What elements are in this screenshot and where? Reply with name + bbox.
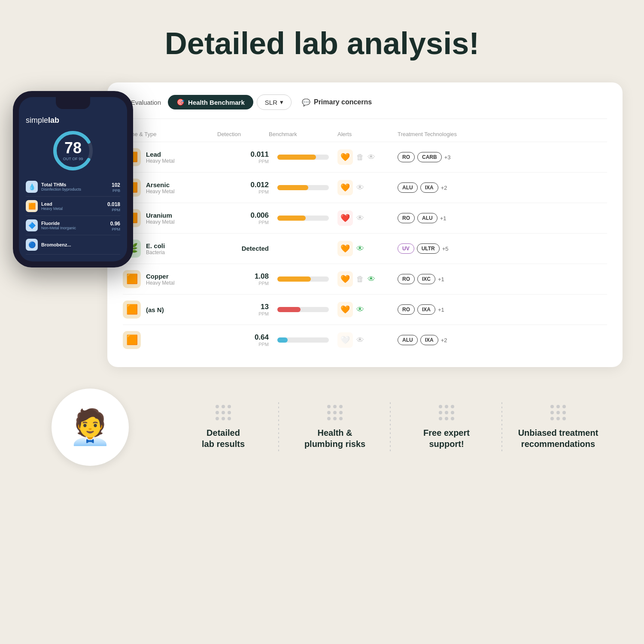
tab-slr-label: SLR: [265, 99, 277, 106]
detection-cell: 0.012 PPM: [217, 181, 269, 194]
tab-slr[interactable]: SLR ▾: [257, 94, 292, 110]
alerts-cell: 🧡 🗑 👁: [337, 149, 398, 165]
treatment-badge: RO: [398, 304, 415, 315]
treatment-more: +2: [441, 337, 447, 343]
treatment-cell: ALU IXA +2: [398, 335, 607, 345]
treatment-cell: ALU IXA +2: [398, 182, 607, 193]
bottom-features: Detailedlab results Health &plumbing ris…: [159, 389, 623, 466]
chevron-down-icon: ▾: [280, 98, 283, 106]
feature-dots: [439, 405, 454, 420]
eye-icon: 👁: [356, 183, 364, 192]
heart-alert-icon: 🧡: [337, 180, 353, 195]
heart-alert-icon: 🧡: [337, 149, 353, 165]
phone-list: 💧 Total THMs Disinfection byproducts 102…: [26, 177, 120, 255]
benchmark-cell: [269, 185, 337, 190]
benchmark-cell: [269, 276, 337, 282]
treatment-more: +1: [438, 276, 444, 283]
eye-icon: 👁: [356, 336, 364, 345]
benchmark-cell: [269, 307, 337, 312]
feature-item: Detailedlab results: [167, 396, 279, 458]
benchmark-cell: [269, 337, 337, 343]
heart-alert-icon: 🧡: [337, 271, 353, 287]
table-row: 🟧 Arsenic Heavy Metal 0.012 PPM 🧡 👁: [123, 172, 607, 203]
page-title: Detailed lab analysis!: [165, 26, 479, 61]
feature-label: Free expertsupport!: [423, 427, 470, 450]
table-row: 🟧 Copper Heavy Metal 1.08 PPM 🧡 🗑 👁: [123, 264, 607, 294]
list-item: 🟧 Lead Heavy Metal 0.018 PPM: [26, 197, 120, 216]
score-circle: 78 OUT OF 99: [52, 129, 94, 172]
col-alerts: Alerts: [337, 131, 398, 137]
tab-bar: ⇅ Evaluation 🎯 Health Benchmark SLR ▾ 💬 …: [123, 94, 607, 119]
phone-item-name: Total THMs: [41, 182, 81, 187]
treatment-badge: ALU: [398, 182, 418, 193]
tab-health-label: Health Benchmark: [188, 99, 245, 106]
trash-icon: 🗑: [356, 153, 364, 162]
treatment-cell: RO IXA +1: [398, 304, 607, 315]
feature-label: Unbiased treatmentrecommendations: [518, 427, 598, 450]
col-benchmark: Benchmark: [269, 131, 337, 137]
list-item: 🔵 Bromobenz...: [26, 235, 120, 255]
score-value: 78: [64, 140, 82, 156]
benchmark-cell: [269, 216, 337, 221]
treatment-cell: RO CARB +3: [398, 152, 607, 162]
treatment-badge: IXA: [420, 182, 438, 193]
eye-icon: 👁: [356, 214, 364, 223]
treatment-more: +1: [440, 215, 447, 222]
treatment-badge: IXC: [417, 274, 435, 284]
eye-icon: 👁: [368, 275, 375, 284]
eye-icon: 👁: [356, 305, 364, 314]
treatment-badge: IXA: [420, 335, 438, 345]
phone-brand: simplelab: [26, 116, 120, 125]
table-row: 🟧 (as N) 13 PPM 🧡 👁 RO: [123, 294, 607, 325]
treatment-badge: RO: [398, 274, 415, 284]
treatment-badge: RO: [398, 213, 415, 223]
table-row: 🟧 0.64 PPM 🤍 👁 ALU: [123, 325, 607, 355]
feature-dots: [327, 405, 343, 420]
treatment-badge: CARB: [417, 152, 442, 162]
item-name-cell: 🟧 Copper Heavy Metal: [123, 270, 217, 288]
col-treatment: Treatment Technologies: [398, 131, 607, 137]
treatment-badge: RO: [398, 152, 415, 162]
tab-health-benchmark[interactable]: 🎯 Health Benchmark: [168, 95, 253, 109]
treatment-badge: IXA: [417, 304, 435, 315]
list-item: 💧 Total THMs Disinfection byproducts 102…: [26, 177, 120, 197]
alerts-cell: 🧡 👁: [337, 241, 398, 256]
treatment-more: +1: [438, 307, 444, 313]
table-row: 🌿 E. coli Bacteria Detected 🧡 👁 UV: [123, 233, 607, 264]
heart-alert-icon: 🤍: [337, 332, 353, 348]
heart-alert-icon: 🧡: [337, 241, 353, 256]
score-sub: OUT OF 99: [63, 157, 83, 161]
alerts-cell: 🧡 🗑 👁: [337, 271, 398, 287]
item-icon: 🟧: [123, 331, 141, 349]
item-icon: 🟧: [123, 301, 141, 319]
treatment-badge: ULTR: [417, 243, 440, 254]
treatment-cell: RO IXC +1: [398, 274, 607, 284]
treatment-badge: UV: [398, 243, 414, 254]
alerts-cell: 🤍 👁: [337, 332, 398, 348]
treatment-cell: UV ULTR +5: [398, 243, 607, 254]
alerts-cell: ❤️ 👁: [337, 210, 398, 226]
tab-primary-label: Primary concerns: [314, 98, 372, 106]
feature-dots: [550, 405, 566, 420]
item-icon: 🟧: [123, 270, 141, 288]
heart-alert-icon: 🧡: [337, 302, 353, 317]
feature-item: Unbiased treatmentrecommendations: [502, 396, 614, 458]
detection-cell: 0.011 PPM: [217, 150, 269, 164]
treatment-more: +2: [441, 185, 447, 191]
table-row: 🟧 Uranium Heavy Metal 0.006 PPM ❤️ 👁: [123, 203, 607, 233]
speedometer-icon: 🎯: [176, 98, 185, 106]
detection-cell: 1.08 PPM: [217, 272, 269, 286]
support-avatar: 🧑‍💼: [52, 389, 129, 466]
feature-label: Detailedlab results: [202, 427, 245, 450]
tab-primary-concerns[interactable]: 💬 Primary concerns: [302, 98, 372, 106]
table-panel: ⇅ Evaluation 🎯 Health Benchmark SLR ▾ 💬 …: [107, 82, 623, 367]
treatment-more: +3: [444, 154, 451, 161]
list-item: 🔷 Fluoride Non-Metal Inorganic 0.96 PPM: [26, 216, 120, 235]
feature-item: Health &plumbing risks: [279, 396, 391, 458]
treatment-badge: ALU: [417, 213, 437, 223]
alerts-cell: 🧡 👁: [337, 180, 398, 195]
benchmark-cell: [269, 155, 337, 160]
table-row: 🟧 Lead Heavy Metal 0.011 PPM 🧡 🗑 👁: [123, 142, 607, 172]
treatment-badge: ALU: [398, 335, 418, 345]
phone-mockup: simplelab 78 OUT OF 99: [13, 91, 150, 267]
